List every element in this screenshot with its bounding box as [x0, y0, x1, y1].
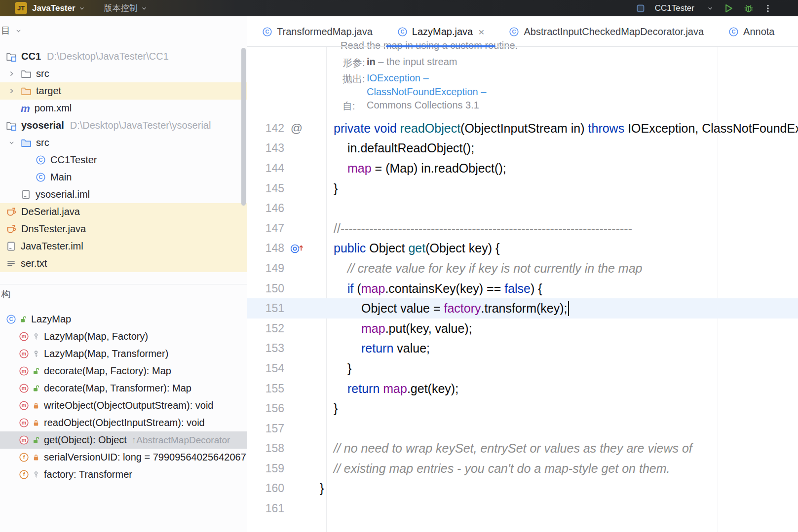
chevron-right-icon[interactable]: [6, 87, 17, 95]
tree-item-dnstester-java[interactable]: DnsTester.java: [0, 220, 247, 238]
code-token: .put(key, value);: [385, 321, 472, 336]
debug-button[interactable]: [743, 3, 754, 14]
line-number[interactable]: 148: [247, 239, 284, 259]
code-line-155[interactable]: 155return map.get(key);: [247, 379, 798, 399]
tree-item-ysoserial-iml[interactable]: ysoserial.iml: [0, 186, 247, 203]
code-line-154[interactable]: 154}: [247, 358, 798, 379]
structure-item-serialversionuid[interactable]: fserialVersionUID: long = 79909564025642…: [0, 449, 247, 466]
structure-item-lazymap[interactable]: CLazyMap: [0, 311, 247, 328]
tree-item-target[interactable]: target: [0, 82, 247, 100]
code-token: in.defaultReadObject();: [347, 141, 474, 155]
code-line-151[interactable]: 151Object value = factory.transform(key)…: [247, 298, 798, 319]
code-line-150[interactable]: 150if (map.containsKey(key) == false) {: [247, 279, 798, 299]
structure-item-lazymap[interactable]: mLazyMap(Map, Transformer): [0, 345, 247, 362]
code-line-159[interactable]: 159// existing map entries - you can't d…: [247, 459, 798, 479]
line-number[interactable]: 147: [247, 218, 284, 239]
render-doc-toggle-icon[interactable]: @: [287, 118, 306, 139]
run-config-icon[interactable]: [636, 3, 646, 13]
line-number[interactable]: 158: [247, 439, 284, 459]
code-line-157[interactable]: 157: [247, 419, 798, 439]
code-text: map.put(key, value);: [361, 319, 472, 339]
structure-panel-header[interactable]: 构: [1, 288, 10, 301]
line-number[interactable]: 160: [247, 479, 284, 499]
structure-item-factory[interactable]: ffactory: Transformer: [0, 466, 247, 483]
doc-link-classnotfound[interactable]: ClassNotFoundException –: [367, 86, 486, 98]
code-line-142[interactable]: 142@private void readObject(ObjectInputS…: [247, 118, 798, 139]
doc-link-ioexception[interactable]: IOException –: [367, 72, 429, 84]
tree-item-cc1tester[interactable]: CCC1Tester: [0, 151, 247, 169]
structure-item-decorate[interactable]: mdecorate(Map, Transformer): Map: [0, 380, 247, 397]
code-line-145[interactable]: 145}: [247, 178, 798, 199]
tree-item-src[interactable]: src: [0, 65, 247, 82]
line-number[interactable]: 161: [247, 498, 284, 519]
code-line-148[interactable]: 148public Object get(Object key) {: [247, 239, 798, 259]
tab-transformedmap-java[interactable]: CTransformedMap.java: [250, 17, 385, 46]
chevron-down-icon[interactable]: [78, 5, 85, 12]
tree-item-cc1[interactable]: CC1D:\Desktop\JavaTester\CC1: [0, 48, 247, 65]
line-number[interactable]: 155: [247, 379, 284, 399]
structure-item-readobject[interactable]: mreadObject(ObjectInputStream): void: [0, 414, 247, 431]
line-number[interactable]: 153: [247, 339, 284, 359]
chevron-down-icon[interactable]: [15, 27, 22, 35]
line-number[interactable]: 142: [247, 118, 284, 139]
tree-item-pom-xml[interactable]: mpom.xml: [0, 100, 247, 117]
vcs-widget[interactable]: 版本控制: [104, 2, 138, 14]
run-button[interactable]: [723, 3, 734, 14]
code-token: map: [361, 321, 385, 336]
code-line-161[interactable]: 161: [247, 498, 798, 519]
tree-item-javatester-iml[interactable]: JavaTester.iml: [0, 238, 247, 255]
structure-item-label: serialVersionUID: long = 799095640256420…: [44, 452, 246, 463]
tab-abstractinputcheckedmapdecorator-java[interactable]: CAbstractInputCheckedMapDecorator.java: [496, 17, 716, 46]
tab-annota[interactable]: CAnnota: [716, 17, 787, 46]
structure-item-get[interactable]: mget(Object): Object↑AbstractMapDecorato…: [0, 431, 247, 449]
tree-item-ysoserial[interactable]: ysoserialD:\Desktop\JavaTester\ysoserial: [0, 117, 247, 134]
project-panel-header[interactable]: 目: [1, 24, 22, 37]
line-number[interactable]: 157: [247, 419, 284, 439]
code-line-158[interactable]: 158// no need to wrap keySet, entrySet o…: [247, 439, 798, 459]
code-line-144[interactable]: 144map = (Map) in.readObject();: [247, 158, 798, 178]
code-line-149[interactable]: 149// create value for key if key is not…: [247, 258, 798, 279]
line-number[interactable]: 154: [247, 358, 284, 379]
close-tab-icon[interactable]: ×: [478, 27, 484, 37]
code-line-146[interactable]: 146: [247, 198, 798, 218]
overrides-marker-icon[interactable]: [287, 239, 306, 259]
line-number[interactable]: 156: [247, 398, 284, 419]
code-line-143[interactable]: 143in.defaultReadObject();: [247, 139, 798, 159]
line-number[interactable]: 159: [247, 459, 284, 479]
code-line-152[interactable]: 152map.put(key, value);: [247, 319, 798, 339]
left-panel: 目 CC1D:\Desktop\JavaTester\CC1srctargetm…: [0, 16, 247, 532]
tree-item-main[interactable]: CMain: [0, 169, 247, 186]
svg-text:C: C: [400, 29, 404, 35]
line-number[interactable]: 151: [247, 298, 284, 319]
structure-item-writeobject[interactable]: mwriteObject(ObjectOutputStream): void: [0, 397, 247, 414]
svg-text:f: f: [23, 454, 25, 460]
run-config-selector[interactable]: CC1Tester: [655, 3, 694, 13]
tree-item-ser-txt[interactable]: ser.txt: [0, 255, 247, 272]
svg-text:m: m: [22, 420, 27, 426]
code-line-153[interactable]: 153return value;: [247, 339, 798, 359]
chevron-down-icon[interactable]: [141, 5, 148, 12]
tree-item-deserial-java[interactable]: DeSerial.java: [0, 203, 247, 220]
line-number[interactable]: 146: [247, 198, 284, 218]
tab-lazymap-java[interactable]: CLazyMap.java×: [385, 17, 497, 46]
code-line-160[interactable]: 160}: [247, 479, 798, 499]
chevron-down-icon[interactable]: [707, 5, 714, 12]
structure-item-decorate[interactable]: mdecorate(Map, Factory): Map: [0, 362, 247, 380]
line-number[interactable]: 145: [247, 178, 284, 199]
code-line-156[interactable]: 156}: [247, 398, 798, 419]
line-number[interactable]: 143: [247, 139, 284, 159]
code-token: }: [320, 481, 324, 496]
line-number[interactable]: 149: [247, 258, 284, 279]
tree-item-src[interactable]: src: [0, 134, 247, 151]
structure-item-lazymap[interactable]: mLazyMap(Map, Factory): [0, 328, 247, 345]
chevron-down-icon[interactable]: [6, 139, 17, 146]
line-number[interactable]: 152: [247, 319, 284, 339]
tree-scrollbar-thumb[interactable]: [241, 48, 246, 206]
project-name[interactable]: JavaTester: [32, 3, 76, 13]
code-line-147[interactable]: 147//-----------------------------------…: [247, 218, 798, 239]
line-number[interactable]: 150: [247, 279, 284, 299]
structure-item-label: writeObject(ObjectOutputStream): void: [44, 400, 213, 411]
line-number[interactable]: 144: [247, 158, 284, 178]
more-options-button[interactable]: [763, 4, 772, 13]
chevron-right-icon[interactable]: [6, 70, 17, 78]
